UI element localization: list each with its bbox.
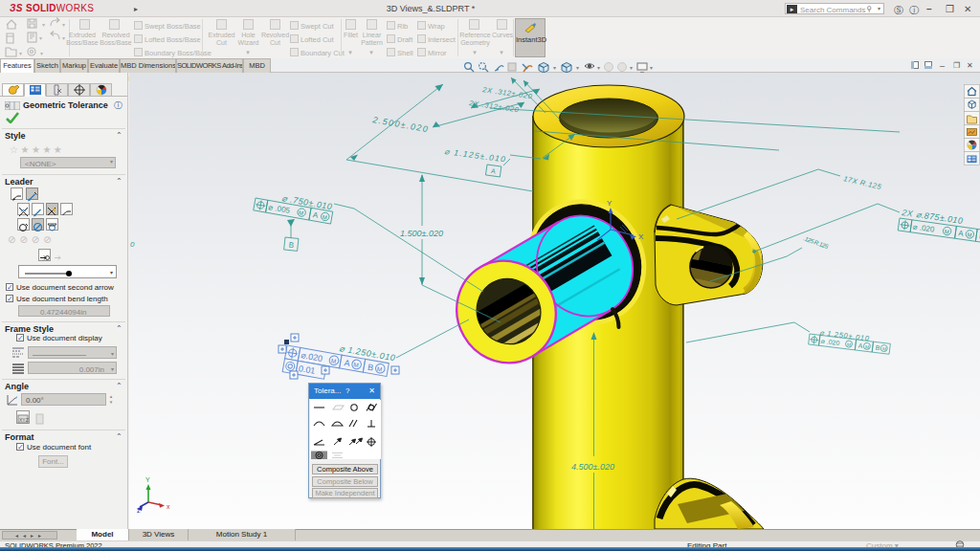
svg-text:⌀ .020: ⌀ .020	[912, 223, 935, 234]
svg-text:1.500±.020: 1.500±.020	[400, 229, 443, 238]
svg-text:B: B	[288, 240, 294, 250]
svg-text:X: X	[638, 232, 644, 241]
svg-text:M: M	[865, 343, 870, 349]
svg-text:Y: Y	[145, 476, 150, 483]
svg-text:z: z	[137, 507, 141, 514]
svg-text:M: M	[967, 231, 972, 238]
svg-text:▾: ▾	[19, 51, 22, 56]
svg-text:.125 R.125: .125 R.125	[803, 234, 830, 250]
svg-text:▾: ▾	[62, 35, 65, 41]
svg-text:4.500±.020: 4.500±.020	[571, 462, 614, 472]
svg-text:M: M	[298, 209, 303, 216]
svg-text:B: B	[875, 344, 880, 352]
svg-text:0: 0	[130, 240, 135, 249]
svg-text:XYZ: XYZ	[19, 417, 29, 423]
svg-text:2X .312±.020: 2X .312±.020	[481, 85, 534, 100]
svg-text:▾: ▾	[576, 65, 579, 71]
svg-text:▾: ▾	[40, 51, 43, 56]
svg-text:⌀ 1.125±.010: ⌀ 1.125±.010	[444, 146, 506, 164]
svg-text:⌀ .020: ⌀ .020	[820, 338, 840, 346]
svg-text:▾: ▾	[62, 22, 65, 28]
svg-text:A: A	[858, 342, 863, 350]
svg-text:M: M	[322, 214, 327, 221]
svg-text:▾: ▾	[42, 22, 45, 28]
svg-text:A: A	[491, 167, 497, 175]
svg-text:A: A	[958, 229, 965, 238]
svg-text:▾: ▾	[650, 65, 653, 71]
svg-text:▾: ▾	[553, 65, 556, 71]
svg-text:M: M	[847, 342, 852, 347]
svg-text:2X .312±.020: 2X .312±.020	[468, 99, 521, 114]
svg-text:▾: ▾	[630, 65, 633, 71]
svg-text:Y: Y	[607, 199, 612, 208]
svg-text:A: A	[312, 210, 319, 220]
svg-text:x: x	[167, 503, 170, 510]
svg-text:▾: ▾	[597, 65, 600, 71]
svg-text:2.500±.020: 2.500±.020	[371, 115, 429, 134]
svg-text:M: M	[944, 229, 949, 235]
svg-text:M: M	[882, 345, 887, 351]
svg-text:17X R.125: 17X R.125	[843, 174, 883, 191]
svg-text:▾: ▾	[39, 35, 42, 41]
